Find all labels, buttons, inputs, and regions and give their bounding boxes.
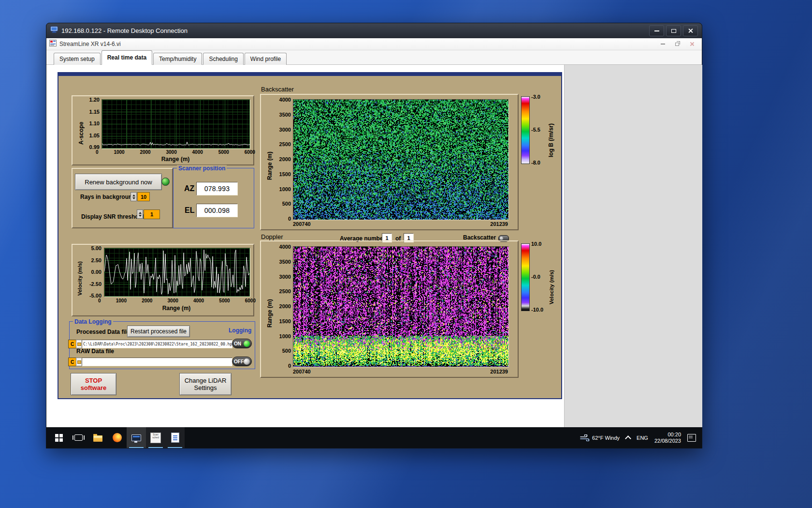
raw-logging-toggle[interactable]: OFF	[232, 357, 252, 366]
tick-label: 4000	[192, 149, 203, 155]
weather-widget[interactable]: 62°F Windy	[580, 434, 620, 441]
tab-scheduling[interactable]: Scheduling	[203, 53, 243, 65]
snr-value: 1	[150, 211, 153, 217]
tick-label: 0.00	[91, 269, 102, 275]
processed-logging-toggle[interactable]: ON	[232, 339, 252, 348]
rdp-close-button[interactable]	[683, 25, 698, 36]
file-explorer-button[interactable]	[88, 427, 107, 448]
az-value-field[interactable]: 078.993	[196, 182, 238, 195]
rays-in-background-label: Rays in background	[80, 194, 136, 200]
action-center-icon[interactable]	[687, 434, 696, 442]
start-button[interactable]	[49, 427, 69, 448]
task-view-button[interactable]	[69, 427, 88, 448]
front-panel: 1.201.151.101.050.99 A-scope 01000200030…	[58, 72, 562, 399]
renew-background-button[interactable]: Renew background now	[75, 174, 162, 190]
processed-path-text: C:\LiDAR\Data\Proc\2023\202308\20230822\…	[83, 342, 232, 346]
app-window-title: StreamLine XR v14-6.vi	[59, 41, 655, 47]
maximize-icon	[671, 29, 676, 33]
system-tray: 62°F Windy ENG 00:20 22/08/2023	[580, 427, 702, 448]
taskbar-icons: Scan sched	[46, 427, 185, 448]
restart-processed-file-button[interactable]: Restart processed file	[127, 326, 190, 337]
snr-spinner[interactable]	[137, 209, 143, 219]
folder-icon	[77, 343, 81, 346]
raw-path-field[interactable]	[82, 358, 232, 366]
velocity-y-axis: 5.002.500.00-2.50-5.00	[86, 245, 102, 299]
tick-label: 2000	[140, 149, 150, 155]
tab-temp-humidity[interactable]: Temp/humidity	[153, 53, 202, 65]
ascope-x-axis-label: Range (m)	[142, 156, 209, 163]
backscatter-time-end: 201239	[460, 221, 508, 227]
backscatter-y-axis-label: Range (m)	[266, 141, 273, 180]
el-value-field[interactable]: 000.098	[196, 204, 238, 217]
clock-date: 22/08/2023	[654, 438, 681, 444]
desktop: 192.168.0.122 - Remote Desktop Connectio…	[0, 0, 812, 508]
taskbar-clock[interactable]: 00:20 22/08/2023	[654, 432, 681, 444]
notes-app-button[interactable]	[165, 427, 185, 448]
doppler-y-axis: 40003500300025002000150010005000	[275, 244, 291, 369]
vi-app-icon	[49, 40, 57, 48]
data-logging-title: Data Logging	[73, 318, 113, 325]
minimize-icon	[661, 44, 665, 45]
scan-scheduler-app-button[interactable]: Scan sched	[146, 427, 165, 448]
tick-label: 3000	[168, 298, 178, 303]
app-titlebar[interactable]: StreamLine XR v14-6.vi	[46, 38, 702, 50]
tab-label: Scheduling	[209, 56, 237, 62]
rdp-minimize-button[interactable]	[649, 25, 664, 36]
velocity-x-axis: 0100020003000400050006000	[98, 298, 256, 303]
streamline-app-button[interactable]	[127, 427, 146, 448]
restart-processed-file-label: Restart processed file	[130, 328, 187, 335]
tick-label: -0.0	[531, 274, 540, 280]
app-restore-button[interactable]	[670, 40, 684, 49]
clock-time: 00:20	[667, 432, 681, 437]
off-label: OFF	[234, 359, 244, 364]
tick-label: -10.0	[531, 307, 543, 313]
snr-value-field[interactable]: 1	[144, 209, 160, 219]
firefox-icon	[113, 433, 122, 442]
tick-label: 1.15	[89, 109, 100, 115]
on-led-icon	[244, 341, 250, 347]
folder-icon	[77, 360, 81, 364]
app-right-gray-area	[564, 65, 702, 427]
spin-up-icon	[132, 193, 135, 196]
weather-text: 62°F Windy	[592, 435, 620, 441]
velocity-plot-canvas	[104, 248, 250, 297]
tick-label: 4000	[193, 298, 204, 303]
tab-wind-profile[interactable]: Wind profile	[245, 53, 287, 65]
firefox-button[interactable]	[107, 427, 127, 448]
tab-system-setup[interactable]: System setup	[54, 53, 101, 65]
scan-scheduler-icon: Scan sched	[150, 433, 161, 443]
stop-software-button[interactable]: STOP software	[71, 373, 116, 395]
off-led-icon	[244, 359, 250, 365]
backscatter-colorbar-label: log B (/m/sr)	[548, 104, 554, 157]
on-label: ON	[234, 341, 241, 346]
app-minimize-button[interactable]	[655, 40, 670, 49]
tick-label: 2000	[142, 298, 152, 303]
scanner-position-title: Scanner position	[177, 165, 227, 172]
backscatter-heatmap-canvas	[293, 99, 509, 220]
tick-label: 2000	[279, 303, 291, 309]
rdp-maximize-button[interactable]	[666, 25, 681, 36]
change-lidar-settings-button[interactable]: Change LiDAR Settings	[179, 373, 232, 395]
processed-drive-button[interactable]: C	[68, 340, 76, 348]
tab-label: Temp/humidity	[159, 56, 196, 62]
remote-desktop: StreamLine XR v14-6.vi System setup Real…	[46, 38, 702, 448]
raw-drive-button[interactable]: C	[68, 358, 76, 366]
raw-data-file-label: RAW Data file	[76, 348, 114, 355]
tab-label: System setup	[59, 56, 95, 62]
tick-label: -2.50	[89, 281, 102, 287]
tab-real-time-data[interactable]: Real time data	[102, 50, 152, 65]
app-close-button[interactable]	[684, 40, 699, 49]
close-icon	[688, 28, 693, 33]
rays-value-field[interactable]: 10	[137, 192, 150, 201]
tray-chevron-up-icon[interactable]	[625, 435, 631, 442]
minimize-icon	[654, 30, 659, 31]
rdp-titlebar[interactable]: 192.168.0.122 - Remote Desktop Connectio…	[46, 23, 702, 38]
language-indicator[interactable]: ENG	[637, 435, 648, 441]
el-label: EL	[185, 206, 194, 215]
tick-label: 500	[282, 201, 291, 207]
rays-spinner[interactable]	[130, 192, 137, 201]
tick-label: 10.0	[531, 241, 541, 247]
rays-value: 10	[141, 194, 146, 200]
tick-label: -8.0	[531, 160, 540, 165]
processed-path-field[interactable]: C:\LiDAR\Data\Proc\2023\202308\20230822\…	[82, 340, 232, 348]
